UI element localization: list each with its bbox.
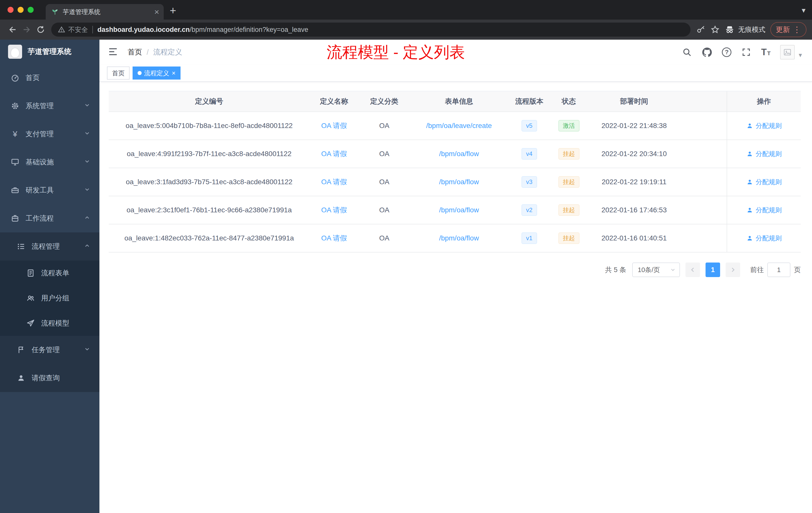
tab-title: 芋道管理系统 bbox=[63, 8, 150, 16]
tab-close-icon[interactable]: × bbox=[154, 7, 159, 16]
tag-home[interactable]: 首页 bbox=[107, 66, 129, 80]
assign-rule-button[interactable]: 分配规则 bbox=[746, 234, 782, 243]
sidebar-item-system[interactable]: 系统管理 bbox=[0, 92, 99, 120]
definition-name-link[interactable]: OA 请假 bbox=[321, 233, 347, 243]
list-tree-icon bbox=[17, 242, 26, 251]
goto-page-input[interactable] bbox=[767, 263, 790, 277]
favicon-leaf-icon bbox=[51, 8, 59, 16]
breadcrumb-current: 流程定义 bbox=[153, 47, 182, 57]
chevron-down-icon bbox=[84, 130, 90, 138]
next-page-button[interactable] bbox=[726, 263, 740, 277]
url-domain: dashboard.yudao.iocoder.cn bbox=[97, 26, 190, 34]
bookmark-star-button[interactable] bbox=[708, 23, 722, 37]
chevron-up-icon bbox=[84, 214, 90, 222]
breadcrumb-home[interactable]: 首页 bbox=[127, 47, 142, 57]
logo-title: 芋道管理系统 bbox=[28, 47, 71, 57]
active-dot bbox=[138, 71, 142, 75]
window-close-button[interactable] bbox=[7, 7, 13, 13]
back-button[interactable] bbox=[5, 23, 20, 37]
window-minimize-button[interactable] bbox=[18, 7, 24, 13]
font-size-icon[interactable]: TT bbox=[761, 48, 770, 57]
sidebar-item-label: 支付管理 bbox=[26, 129, 54, 139]
tag-close-icon[interactable]: × bbox=[172, 70, 175, 76]
search-icon[interactable] bbox=[682, 47, 692, 58]
sidebar-logo[interactable]: 芋道管理系统 bbox=[0, 40, 99, 64]
incognito-profile-chip[interactable]: 无痕模式 bbox=[725, 25, 765, 35]
key-button[interactable] bbox=[694, 23, 708, 37]
definition-name-link[interactable]: OA 请假 bbox=[321, 149, 347, 159]
new-tab-button[interactable]: + bbox=[170, 5, 176, 16]
sidebar-item-devtools[interactable]: 研发工具 bbox=[0, 176, 99, 204]
sidebar-item-process-form[interactable]: 流程表单 bbox=[0, 261, 99, 285]
assign-rule-button[interactable]: 分配规则 bbox=[746, 206, 782, 215]
form-link[interactable]: /bpm/oa/flow bbox=[439, 150, 479, 158]
sidebar-item-task-management[interactable]: 任务管理 bbox=[0, 336, 99, 364]
definition-name-link[interactable]: OA 请假 bbox=[321, 205, 347, 215]
chevron-down-icon bbox=[84, 102, 90, 110]
avatar-caret-icon[interactable]: ▾ bbox=[799, 51, 802, 59]
form-link[interactable]: /bpm/oa/flow bbox=[439, 234, 479, 242]
deploy-time: 2022-01-22 20:34:10 bbox=[587, 140, 681, 168]
person-icon bbox=[746, 150, 753, 157]
sidebar-item-label: 首页 bbox=[26, 73, 40, 83]
definition-id: oa_leave:3:1fad3d93-7b75-11ec-a3c8-acde4… bbox=[109, 168, 310, 196]
browser-tab[interactable]: 芋道管理系统 × bbox=[46, 4, 164, 20]
tag-process-definition[interactable]: 流程定义 × bbox=[133, 66, 180, 80]
chevron-down-icon bbox=[84, 158, 90, 167]
breadcrumb: 首页 / 流程定义 bbox=[127, 47, 182, 57]
assign-rule-button[interactable]: 分配规则 bbox=[746, 150, 782, 158]
key-icon bbox=[696, 25, 705, 34]
sidebar-item-payment[interactable]: ¥ 支付管理 bbox=[0, 120, 99, 148]
sidebar-item-process-model[interactable]: 流程模型 bbox=[0, 311, 99, 336]
page-size-select[interactable]: 10条/页 bbox=[632, 263, 680, 277]
sidebar-item-infrastructure[interactable]: 基础设施 bbox=[0, 148, 99, 176]
pagination-total: 共 5 条 bbox=[605, 265, 626, 274]
hamburger-icon[interactable] bbox=[108, 47, 119, 58]
security-label[interactable]: 不安全 bbox=[68, 25, 88, 34]
update-label: 更新 bbox=[776, 25, 790, 34]
breadcrumb-separator: / bbox=[147, 48, 149, 57]
row-spacer bbox=[681, 140, 727, 168]
avatar[interactable] bbox=[780, 45, 795, 59]
form-link[interactable]: /bpm/oa/leave/create bbox=[426, 122, 492, 130]
form-link[interactable]: /bpm/oa/flow bbox=[439, 178, 479, 186]
paper-plane-icon bbox=[26, 319, 35, 328]
definition-id: oa_leave:2:3c1f0ef1-76b1-11ec-9c66-a2380… bbox=[109, 196, 310, 224]
yen-icon: ¥ bbox=[10, 129, 20, 139]
assign-rule-button[interactable]: 分配规则 bbox=[746, 121, 782, 130]
browser-menu-icon[interactable]: ⋮ bbox=[793, 25, 801, 34]
page-number-button[interactable]: 1 bbox=[705, 263, 720, 277]
fullscreen-icon[interactable] bbox=[741, 47, 752, 58]
definition-id: oa_leave:4:991f2193-7b7f-11ec-a3c8-acde4… bbox=[109, 140, 310, 168]
form-link[interactable]: /bpm/oa/flow bbox=[439, 206, 479, 214]
status-badge: 挂起 bbox=[558, 204, 580, 216]
sidebar-item-label: 研发工具 bbox=[26, 185, 54, 195]
sidebar-item-label: 基础设施 bbox=[26, 157, 54, 167]
github-icon[interactable] bbox=[702, 47, 712, 58]
sidebar-item-leave-query[interactable]: 请假查询 bbox=[0, 364, 99, 392]
sidebar-item-process-management[interactable]: 流程管理 bbox=[0, 233, 99, 261]
navbar: 首页 / 流程定义 流程模型 - 定义列表 ? TT ▾ bbox=[99, 40, 812, 65]
tab-search-caret-icon[interactable]: ▾ bbox=[802, 6, 806, 14]
sidebar-item-user-group[interactable]: 用户分组 bbox=[0, 285, 99, 311]
gear-icon bbox=[10, 101, 20, 111]
chrome-update-button[interactable]: 更新 ⋮ bbox=[770, 22, 807, 37]
sidebar-item-workflow[interactable]: 工作流程 bbox=[0, 204, 99, 233]
address-bar[interactable]: 不安全 dashboard.yudao.iocoder.cn/bpm/manag… bbox=[51, 23, 691, 37]
prev-page-button[interactable] bbox=[686, 263, 700, 277]
help-icon[interactable]: ? bbox=[722, 48, 731, 57]
definition-name-link[interactable]: OA 请假 bbox=[321, 177, 347, 187]
sidebar-item-label: 工作流程 bbox=[26, 214, 54, 223]
window-maximize-button[interactable] bbox=[28, 7, 34, 13]
reload-button[interactable] bbox=[34, 23, 48, 37]
sidebar-item-home[interactable]: 首页 bbox=[0, 64, 99, 92]
definition-name-link[interactable]: OA 请假 bbox=[321, 121, 347, 130]
sidebar-item-label: 流程管理 bbox=[32, 242, 60, 251]
table-header: 定义编号 定义名称 定义分类 表单信息 流程版本 状态 部署时间 操作 bbox=[109, 91, 801, 112]
assign-rule-button[interactable]: 分配规则 bbox=[746, 178, 782, 186]
forward-button[interactable] bbox=[20, 23, 34, 37]
tag-label: 流程定义 bbox=[144, 69, 169, 77]
app-root: 芋道管理系统 首页 系统管理 ¥ 支付管理 基础设施 bbox=[0, 40, 812, 513]
status-badge: 挂起 bbox=[558, 176, 580, 188]
row-spacer bbox=[681, 196, 727, 224]
